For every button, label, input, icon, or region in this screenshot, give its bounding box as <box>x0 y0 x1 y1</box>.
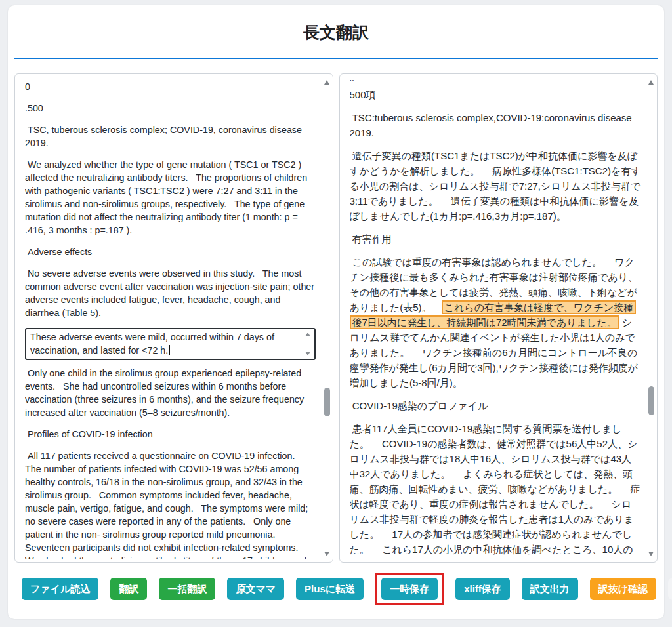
temp-save-button[interactable]: 一時保存 <box>381 578 438 600</box>
source-text-content: 0.500 TSC, tuberous sclerosis complex; C… <box>25 80 317 559</box>
file-load-button[interactable]: ファイル読込 <box>22 578 98 600</box>
page-title: 長文翻訳 <box>8 5 664 42</box>
scroll-up-icon[interactable] <box>305 333 310 336</box>
source-paragraph: Profiles of COVID-19 infection <box>25 428 317 441</box>
translation-paragraph: この試験では重度の有害事象は認められませんでした。 ワクチン接種後に最も多くみら… <box>350 254 642 390</box>
source-as-is-button[interactable]: 原文ママ <box>227 578 284 600</box>
scroll-up-icon[interactable] <box>648 80 654 85</box>
clipped-scrolled-line: 0 <box>350 80 642 85</box>
translate-button[interactable]: 翻訳 <box>110 578 147 600</box>
translation-text-content: 0 500項 TSC:tuberous sclerosis complex,CO… <box>350 80 642 559</box>
translation-paragraph: TSC:tuberous sclerosis complex,COVID-19:… <box>350 110 642 140</box>
translation-output-button[interactable]: 訳文出力 <box>522 578 578 600</box>
translation-paragraph: 遺伝子変異の種類(TSC1またはTSC2)が中和抗体価に影響を及ぼすかどうかを解… <box>350 148 642 224</box>
scrollbar-thumb[interactable] <box>648 386 654 415</box>
scroll-down-icon[interactable] <box>324 552 329 556</box>
main-card: 長文翻訳 0.500 TSC, tuberous sclerosis compl… <box>8 5 664 619</box>
batch-translate-button[interactable]: 一括翻訳 <box>159 578 215 600</box>
source-paragraph: No severe adverse events were observed i… <box>25 267 317 319</box>
source-text-panel[interactable]: 0.500 TSC, tuberous sclerosis complex; C… <box>14 73 333 563</box>
translation-paragraph: 有害作用 <box>350 232 642 247</box>
scroll-down-icon[interactable] <box>648 552 654 556</box>
translation-paragraph: COVID-19感染のプロファイル <box>350 398 642 413</box>
text-caret <box>169 345 170 355</box>
translation-panels: 0.500 TSC, tuberous sclerosis complex; C… <box>14 73 658 563</box>
translation-scrollbar[interactable] <box>645 74 657 562</box>
source-paragraph: We analyzed whether the type of gene mut… <box>25 158 317 237</box>
missing-translation-check-button[interactable]: 訳抜け確認 <box>590 578 656 600</box>
source-paragraph: .500 <box>25 102 317 115</box>
translation-text-panel[interactable]: 0 500項 TSC:tuberous sclerosis complex,CO… <box>339 73 658 563</box>
source-paragraph: TSC, tuberous sclerosis complex; COVID-1… <box>25 123 317 150</box>
source-paragraph: 0 <box>25 80 317 93</box>
translation-paragraph: 患者117人全員にCOVID-19感染に関する質問票を送付しました。 COVID… <box>350 421 642 559</box>
xliff-save-button[interactable]: xliff保存 <box>455 578 510 600</box>
source-paragraph: All 117 patients received a questionnair… <box>25 449 317 559</box>
red-annotation-box: 一時保存 <box>375 573 444 605</box>
toolbar: ファイル読込翻訳一括翻訳原文ママPlusに転送一時保存xliff保存訳文出力訳抜… <box>22 569 672 609</box>
source-paragraph: Adverse effects <box>25 245 317 258</box>
settings-button[interactable]: ⚙ <box>668 578 672 600</box>
scrollbar-thumb[interactable] <box>324 388 330 416</box>
send-to-plus-button[interactable]: Plusに転送 <box>296 578 364 600</box>
scroll-up-icon[interactable] <box>324 80 329 85</box>
title-divider <box>14 58 658 59</box>
inline-edit-text: These adverse events were mild, occurred… <box>30 332 277 355</box>
source-paragraph: Only one child in the sirolimus group ex… <box>25 367 317 419</box>
scroll-down-icon[interactable] <box>305 352 310 355</box>
translation-paragraph: 500項 <box>350 87 642 102</box>
source-scrollbar[interactable] <box>321 74 333 562</box>
inline-edit-box[interactable]: These adverse events were mild, occurred… <box>25 328 316 360</box>
